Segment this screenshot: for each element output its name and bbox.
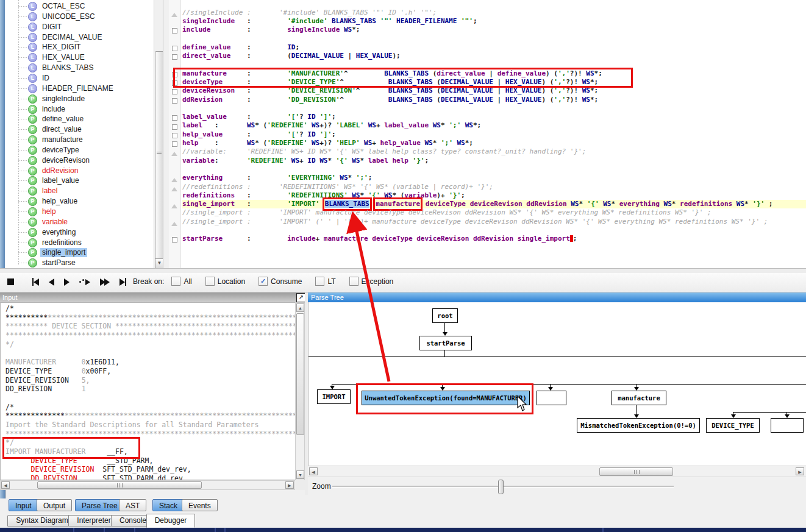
sidebar-item-startParse[interactable]: PstartParse xyxy=(5,258,154,268)
zoom-slider-thumb[interactable] xyxy=(498,480,504,494)
tree-node-empty1[interactable] xyxy=(537,391,566,405)
fold-region-icon[interactable] xyxy=(171,175,177,182)
grammar-editor[interactable]: HEADER_FILENAME : ID '.h';//singleInclud… xyxy=(169,0,806,268)
windows-taskbar[interactable] xyxy=(0,528,806,532)
step-forward-icon[interactable] xyxy=(64,278,70,286)
detach-panel-icon[interactable]: ↗ xyxy=(296,293,305,302)
tab-syntax-diagram[interactable]: Syntax Diagram xyxy=(7,515,77,527)
scroll-up-icon[interactable]: ▲ xyxy=(296,303,304,312)
sidebar-item-single_import[interactable]: Psingle_import xyxy=(5,247,154,258)
sidebar-item-help_value[interactable]: Phelp_value xyxy=(5,196,154,207)
toggle-button-events[interactable]: Events xyxy=(182,499,218,511)
sidebar-item-singleInclude[interactable]: PsingleInclude xyxy=(5,94,154,104)
input-panel[interactable]: /***************************************… xyxy=(0,302,295,480)
sidebar-item-deviceRevison[interactable]: PdeviceRevison xyxy=(5,155,154,166)
tree-node-empty2[interactable] xyxy=(771,418,804,433)
fold-marker-icon[interactable] xyxy=(172,115,177,121)
toggle-button-ast[interactable]: AST xyxy=(119,499,146,511)
fold-marker-icon[interactable] xyxy=(172,124,177,130)
sidebar-item-UNICODE_ESC[interactable]: LUNICODE_ESC xyxy=(5,12,154,22)
tree-branch-line xyxy=(18,129,27,130)
tree-node-mismatched[interactable]: MismatchedTokenException(0!=0) xyxy=(577,418,700,433)
stop-icon[interactable] xyxy=(7,278,14,285)
checkbox-lt[interactable] xyxy=(315,277,324,286)
tree-node-exception[interactable]: UnwantedTokenException(found=MANUFACTURE… xyxy=(362,391,530,405)
scroll-right-icon[interactable]: ▶ xyxy=(796,467,804,475)
sidebar-item-DIGIT[interactable]: LDIGIT xyxy=(5,22,154,32)
step-backward-icon[interactable] xyxy=(49,278,54,286)
tab-debugger[interactable]: Debugger xyxy=(146,514,195,528)
rule-label: manufacture xyxy=(40,135,85,144)
scroll-down-icon[interactable]: ▼ xyxy=(296,470,304,479)
sidebar-item-BLANKS_TABS[interactable]: LBLANKS_TABS xyxy=(5,63,154,73)
grammar-rules-tree[interactable]: LOCTAL_ESCLUNICODE_ESCLDIGITLDECIMAL_VAL… xyxy=(5,0,154,268)
input-line: ********** DEVICE SECTION **************… xyxy=(5,322,295,331)
sidebar-item-HEX_VALUE[interactable]: LHEX_VALUE xyxy=(5,52,154,63)
parse-tree-horizontal-scrollbar[interactable]: ◀ ▶ xyxy=(308,466,806,477)
sidebar-item-deviceType[interactable]: PdeviceType xyxy=(5,145,154,155)
go-to-end-icon[interactable] xyxy=(119,278,126,286)
parser-rule-icon: P xyxy=(28,166,37,176)
sidebar-item-label_value[interactable]: Plabel_value xyxy=(5,176,154,186)
sidebar-item-help[interactable]: Phelp xyxy=(5,207,154,217)
scroll-left-icon[interactable]: ◀ xyxy=(1,481,10,489)
fold-marker-icon[interactable] xyxy=(172,133,177,138)
tree-node-DEVICE_TYPE[interactable]: DEVICE_TYPE xyxy=(706,418,760,433)
checkbox-location[interactable] xyxy=(205,277,215,286)
fold-marker-icon[interactable] xyxy=(172,28,177,34)
grammar-source-code[interactable]: HEADER_FILENAME : ID '.h';//singleInclud… xyxy=(182,0,806,244)
sidebar-item-define_value[interactable]: Pdefine_value xyxy=(5,114,154,124)
tree-node-manufacture[interactable]: manufacture xyxy=(612,391,666,405)
sidebar-scrollbar[interactable]: ▼ xyxy=(154,0,163,268)
fold-marker-icon[interactable] xyxy=(172,89,177,94)
parse-tree-canvas[interactable]: rootstartParseIMPORTUnwantedTokenExcepti… xyxy=(308,302,806,466)
step-over-icon[interactable] xyxy=(79,279,90,285)
sidebar-item-DECIMAL_VALUE[interactable]: LDECIMAL_VALUE xyxy=(5,32,154,43)
sidebar-item-ddRevision[interactable]: PddRevision xyxy=(5,166,154,176)
input-hscroll-thumb[interactable] xyxy=(37,481,202,489)
fold-marker-icon[interactable] xyxy=(172,98,177,104)
pt-hscroll-thumb[interactable] xyxy=(599,467,673,476)
sidebar-item-OCTAL_ESC[interactable]: LOCTAL_ESC xyxy=(5,1,154,12)
fast-forward-icon[interactable] xyxy=(100,278,110,286)
sidebar-item-include[interactable]: Pinclude xyxy=(5,104,154,115)
input-vertical-scrollbar[interactable]: ▲ ▼ xyxy=(295,302,305,480)
sidebar-item-label[interactable]: Plabel xyxy=(5,186,154,196)
checkbox-all[interactable] xyxy=(171,277,180,286)
fold-region-icon[interactable] xyxy=(171,10,177,17)
toggle-button-stack[interactable]: Stack xyxy=(152,499,184,511)
checkbox-consume[interactable]: ✓ xyxy=(259,277,268,286)
fold-marker-icon[interactable] xyxy=(172,237,177,243)
fold-marker-icon[interactable] xyxy=(172,46,177,51)
fold-region-icon[interactable] xyxy=(171,219,177,226)
tree-node-startParse[interactable]: startParse xyxy=(419,336,472,350)
tree-branch-line xyxy=(18,252,27,253)
tree-node-root[interactable]: root xyxy=(432,308,458,323)
sidebar-item-variable[interactable]: Pvariable xyxy=(5,217,154,227)
fold-marker-icon[interactable] xyxy=(172,141,177,147)
fold-region-icon[interactable] xyxy=(171,149,177,156)
input-vscroll-thumb[interactable] xyxy=(296,313,304,435)
sidebar-item-everything[interactable]: Peverything xyxy=(5,227,154,238)
sidebar-item-direct_value[interactable]: Pdirect_value xyxy=(5,124,154,135)
toggle-button-output[interactable]: Output xyxy=(37,499,72,511)
fold-marker-icon[interactable] xyxy=(172,54,177,60)
tree-node-IMPORT[interactable]: IMPORT xyxy=(317,389,351,404)
input-horizontal-scrollbar[interactable]: ◀ ▶ xyxy=(0,480,295,490)
sidebar-item-manufacture[interactable]: Pmanufacture xyxy=(5,135,154,145)
fold-marker-icon[interactable] xyxy=(172,72,177,77)
sidebar-item-HEADER_FILENAME[interactable]: LHEADER_FILENAME xyxy=(5,83,154,94)
scroll-left-icon[interactable]: ◀ xyxy=(309,467,318,475)
scroll-right-icon[interactable]: ▶ xyxy=(285,481,294,489)
fold-region-icon[interactable] xyxy=(171,184,177,191)
checkbox-exception[interactable] xyxy=(349,277,358,286)
toggle-button-parse-tree[interactable]: Parse Tree xyxy=(75,499,124,511)
sidebar-item-ID[interactable]: LID xyxy=(5,73,154,83)
toggle-button-input[interactable]: Input xyxy=(9,499,38,511)
fold-marker-icon[interactable] xyxy=(172,80,177,86)
editor-fold-gutter[interactable] xyxy=(169,0,181,268)
sidebar-item-HEX_DIGIT[interactable]: LHEX_DIGIT xyxy=(5,42,154,52)
sidebar-item-redefinitions[interactable]: Predefinitions xyxy=(5,238,154,248)
fold-region-icon[interactable] xyxy=(171,201,177,208)
go-to-start-icon[interactable] xyxy=(32,278,39,286)
